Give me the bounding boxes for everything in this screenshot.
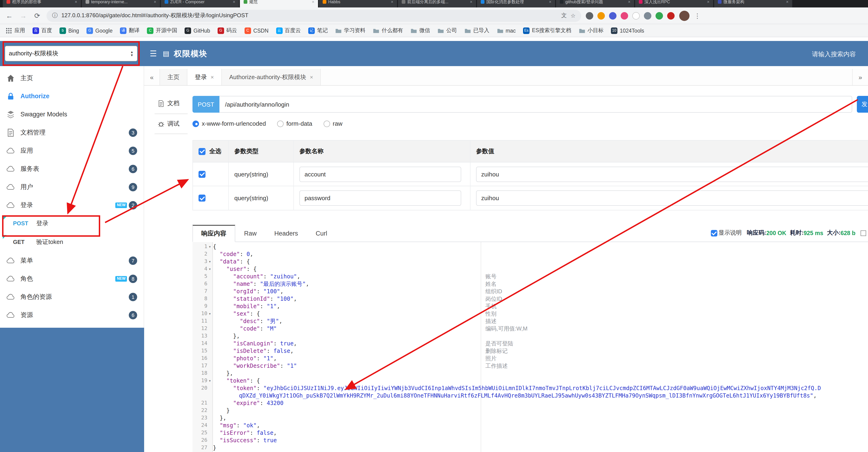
param-value-input[interactable]: zuihou — [476, 166, 868, 182]
browser-tab[interactable]: 前后端分离后的多端...× — [398, 0, 476, 7]
show-description-checkbox[interactable] — [711, 230, 717, 236]
sidebar-item[interactable]: Swagger Models — [0, 105, 144, 123]
page-info-icon[interactable]: ⓘ — [52, 12, 58, 20]
doc-tab-document[interactable]: 文档 — [154, 93, 188, 114]
sidebar-item[interactable]: 菜单7 — [0, 251, 144, 270]
reload-icon[interactable]: ⟳ — [33, 11, 42, 20]
sidebar-item[interactable]: 应用5 — [0, 142, 144, 160]
bookmark-item[interactable]: 云百度云 — [276, 27, 301, 34]
back-icon[interactable]: ← — [5, 12, 14, 20]
forward-icon[interactable]: → — [19, 12, 28, 20]
sidebar-toggle-icon[interactable]: ☰ — [150, 49, 157, 59]
content-tab[interactable]: 主页 — [160, 69, 187, 85]
browser-tab[interactable]: 规范× — [240, 0, 318, 7]
bookmark-item[interactable]: 公司 — [437, 27, 457, 34]
browser-tab[interactable]: 程序员的那些事× — [3, 0, 81, 7]
sidebar-item[interactable]: 登录NEW2 — [0, 196, 144, 214]
bookmark-item[interactable]: C开源中国 — [147, 27, 177, 34]
fullscreen-icon[interactable] — [861, 230, 866, 236]
module-select[interactable]: authority-权限模块 ▲▼ — [5, 46, 137, 61]
browser-tab[interactable]: 国际化消息参数处理× — [477, 0, 555, 7]
sidebar-item[interactable]: 用户9 — [0, 178, 144, 196]
api-item[interactable]: GET验证token — [0, 233, 144, 251]
content-tab[interactable]: Authorize-authority-权限模块× — [222, 69, 321, 85]
bookmark-item[interactable]: mac — [497, 27, 516, 34]
response-tab[interactable]: Curl — [307, 225, 336, 242]
content-tab[interactable]: 登录× — [187, 69, 222, 85]
bookmark-item[interactable]: bBing — [60, 27, 79, 34]
bookmark-item[interactable]: 已导入 — [464, 27, 489, 34]
bookmark-item[interactable]: 学习资料 — [335, 27, 365, 34]
extension-icon[interactable] — [632, 12, 640, 19]
browser-tab[interactable]: 微服务架构× — [714, 0, 792, 7]
row-checkbox[interactable] — [198, 171, 206, 177]
extension-icon[interactable] — [667, 12, 675, 19]
tab-close-icon[interactable]: × — [470, 0, 472, 4]
bookmark-item[interactable]: GGoogle — [87, 27, 113, 34]
bookmark-item[interactable]: 记笔记 — [308, 27, 328, 34]
tab-close-icon[interactable]: × — [211, 74, 214, 80]
tab-close-icon[interactable]: × — [628, 0, 630, 4]
browser-tab[interactable]: Habbs× — [319, 0, 397, 7]
tabs-scroll-left-icon[interactable]: « — [144, 69, 160, 85]
address-bar[interactable]: ⓘ 127.0.0.1:8760/api/gate/doc.html#/auth… — [46, 9, 581, 22]
body-type-option[interactable]: raw — [323, 120, 342, 127]
bookmark-item[interactable]: 小目标 — [579, 27, 603, 34]
response-tab[interactable]: Headers — [266, 225, 307, 242]
param-name-input[interactable]: password — [300, 190, 461, 206]
bookmark-item[interactable]: 101024Tools — [611, 27, 644, 34]
browser-menu-icon[interactable]: ⋮ — [694, 12, 701, 19]
browser-tab[interactable]: 深入浅出RPC× — [635, 0, 713, 7]
tab-close-icon[interactable]: × — [154, 0, 156, 4]
body-type-option[interactable]: x-www-form-urlencoded — [192, 120, 266, 127]
tab-close-icon[interactable]: × — [707, 0, 710, 4]
tab-close-icon[interactable]: × — [312, 0, 314, 4]
sidebar-item[interactable]: Authorize — [0, 87, 144, 105]
tab-close-icon[interactable]: × — [74, 0, 77, 4]
tab-close-icon[interactable]: × — [391, 0, 393, 4]
extension-icon[interactable] — [586, 12, 593, 19]
extension-icon[interactable] — [644, 12, 651, 19]
browser-tab[interactable]: github搜索/登录问题× — [556, 0, 634, 7]
bookmark-item[interactable]: 什么都有 — [373, 27, 403, 34]
browser-tab[interactable]: temporary-interne...× — [82, 0, 160, 7]
extension-icon[interactable] — [621, 12, 628, 19]
tab-close-icon[interactable]: × — [786, 0, 788, 4]
bookmark-item[interactable]: G码云 — [218, 27, 237, 34]
tab-close-icon[interactable]: × — [549, 0, 551, 4]
response-tab[interactable]: 响应内容 — [192, 225, 235, 242]
api-item[interactable]: POST登录 — [0, 214, 144, 233]
send-button[interactable]: 发 — [857, 96, 868, 113]
sidebar-item[interactable]: 服务表6 — [0, 160, 144, 178]
bookmark-item[interactable]: 译翻译 — [120, 27, 140, 34]
param-name-input[interactable]: account — [300, 166, 461, 182]
extension-icon[interactable] — [655, 12, 663, 19]
request-url-input[interactable]: /api/authority/anno/login — [219, 96, 852, 113]
tabs-scroll-right-icon[interactable]: » — [852, 69, 868, 85]
bookmark-item[interactable]: GGitHub — [185, 27, 210, 34]
sidebar-item[interactable]: 资源6 — [0, 306, 144, 324]
bookmark-item[interactable]: 百百度 — [33, 27, 52, 34]
response-body-editor[interactable]: 1▾{2 "code": 0,3▾ "data": {4▾ "user": {5… — [192, 242, 868, 452]
response-tab[interactable]: Raw — [235, 225, 266, 242]
header-search-input[interactable]: 请输入搜索内容 — [812, 50, 856, 59]
extension-icon[interactable] — [609, 12, 617, 19]
tab-close-icon[interactable]: × — [233, 0, 235, 4]
bookmark-item[interactable]: 应用 — [6, 27, 25, 34]
translate-icon[interactable]: 文 — [561, 12, 567, 20]
sidebar-item[interactable]: 主页 — [0, 69, 144, 87]
sidebar-item[interactable]: 角色NEW8 — [0, 270, 144, 288]
body-type-option[interactable]: form-data — [277, 120, 312, 127]
bookmark-item[interactable]: EsES搜索引擎文档 — [523, 27, 571, 34]
profile-avatar[interactable] — [679, 10, 689, 21]
doc-tab-debug[interactable]: 调试 — [154, 114, 188, 134]
extension-icon[interactable] — [597, 12, 605, 19]
bookmark-item[interactable]: CCSDN — [245, 27, 269, 34]
sidebar-item[interactable]: 角色的资源1 — [0, 288, 144, 306]
select-all-checkbox[interactable] — [198, 148, 206, 155]
bookmark-star-icon[interactable]: ☆ — [570, 12, 576, 19]
param-value-input[interactable]: zuihou — [476, 190, 868, 206]
tab-close-icon[interactable]: × — [310, 74, 313, 80]
browser-tab[interactable]: ZUER - Composer× — [161, 0, 239, 7]
row-checkbox[interactable] — [198, 195, 206, 202]
